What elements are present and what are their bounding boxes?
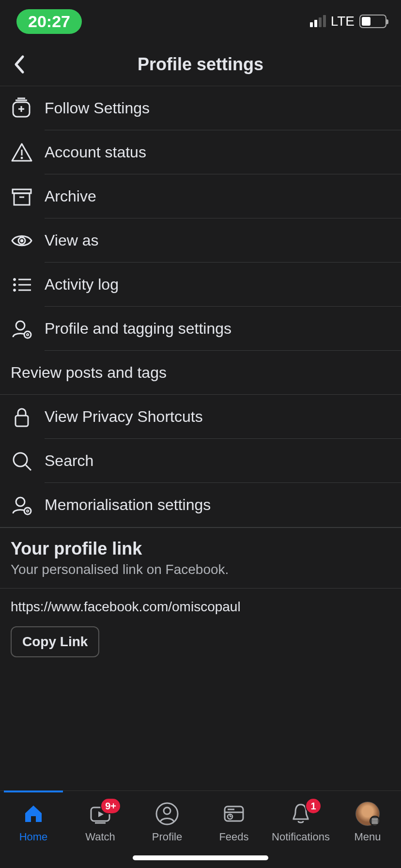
archive-icon (11, 186, 33, 208)
watch-badge: 9+ (100, 798, 121, 814)
profile-link-subtitle: Your personalised link on Facebook. (11, 562, 390, 577)
item-archive[interactable]: Archive (0, 174, 401, 218)
header: Profile settings (0, 43, 401, 86)
feeds-icon (222, 802, 246, 826)
status-bar: 20:27 LTE (0, 0, 401, 43)
item-label: View Privacy Shortcuts (45, 395, 401, 439)
battery-icon (359, 15, 386, 28)
nav-label: Home (19, 831, 48, 843)
profile-gear-icon (11, 318, 33, 340)
nav-label: Watch (85, 831, 115, 843)
status-right: LTE (310, 14, 386, 29)
lock-icon (11, 406, 33, 428)
item-activity-log[interactable]: Activity log (0, 263, 401, 307)
item-label: Search (45, 439, 401, 483)
nav-home[interactable]: Home (0, 791, 67, 868)
nav-label: Profile (152, 831, 182, 843)
warning-icon (11, 141, 33, 164)
eye-icon (11, 230, 33, 252)
section-review-posts[interactable]: Review posts and tags (0, 351, 401, 395)
item-view-as[interactable]: View as (0, 218, 401, 263)
nav-label: Notifications (272, 831, 330, 843)
profile-gear-icon (11, 494, 33, 516)
item-label: Account status (45, 130, 401, 174)
network-type: LTE (331, 14, 355, 29)
copy-link-button[interactable]: Copy Link (11, 626, 99, 657)
nav-watch[interactable]: 9+ Watch (67, 791, 134, 868)
page-title: Profile settings (0, 54, 401, 75)
nav-label: Feeds (219, 831, 248, 843)
profile-link-title: Your profile link (11, 539, 390, 559)
home-icon (21, 802, 46, 826)
follow-icon (11, 97, 33, 120)
item-follow-settings[interactable]: Follow Settings (0, 86, 401, 130)
watch-icon: 9+ (88, 802, 112, 826)
item-label: View as (45, 218, 401, 263)
item-label: Memorialisation settings (45, 483, 401, 527)
item-label: Follow Settings (45, 86, 401, 130)
item-search[interactable]: Search (0, 439, 401, 483)
notifications-badge: 1 (305, 798, 322, 814)
list-icon (11, 274, 33, 296)
avatar-icon (355, 802, 380, 826)
item-profile-tagging[interactable]: Profile and tagging settings (0, 307, 401, 351)
nav-menu[interactable]: Menu (334, 791, 401, 868)
status-time: 20:27 (16, 9, 82, 34)
back-button[interactable] (0, 43, 39, 86)
profile-link-section: Your profile link Your personalised link… (0, 527, 401, 668)
item-label: Archive (45, 174, 401, 218)
profile-link-url: https://www.facebook.com/omiscopaul (11, 599, 390, 615)
cellular-signal-icon (310, 16, 326, 27)
item-privacy-shortcuts[interactable]: View Privacy Shortcuts (0, 395, 401, 439)
item-account-status[interactable]: Account status (0, 130, 401, 174)
item-label: Profile and tagging settings (45, 307, 401, 351)
search-icon (11, 450, 33, 472)
nav-label: Menu (354, 831, 381, 843)
home-indicator[interactable] (133, 855, 268, 860)
svg-point-23 (164, 807, 170, 814)
settings-list: Follow Settings Account status Archive V… (0, 86, 401, 668)
item-memorialisation[interactable]: Memorialisation settings (0, 483, 401, 527)
item-label: Activity log (45, 263, 401, 307)
profile-icon (155, 802, 179, 826)
nav-notifications[interactable]: 1 Notifications (267, 791, 334, 868)
bell-icon: 1 (289, 802, 313, 826)
